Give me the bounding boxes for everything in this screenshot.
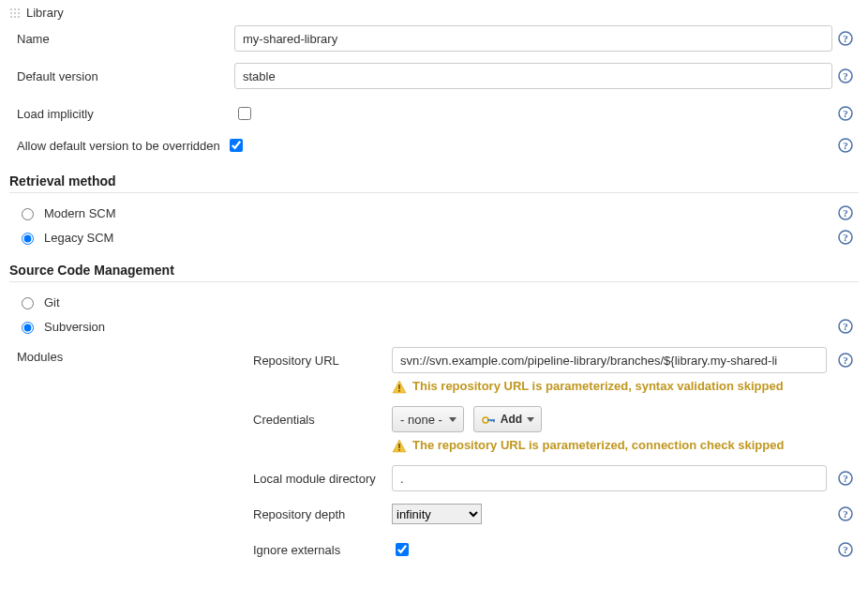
svg-point-6 (10, 16, 12, 18)
help-icon[interactable]: ? (838, 506, 853, 521)
ignore-externals-label: Ignore externals (253, 543, 392, 557)
svg-text:?: ? (843, 321, 848, 332)
help-icon[interactable]: ? (838, 319, 853, 334)
svg-text:?: ? (843, 33, 848, 44)
repository-url-input[interactable] (392, 347, 827, 373)
repository-depth-select[interactable]: infinity (392, 504, 482, 524)
help-icon[interactable]: ? (838, 230, 853, 245)
svg-text:?: ? (843, 108, 848, 119)
svg-point-8 (18, 16, 20, 18)
svg-rect-27 (398, 390, 400, 392)
default-version-input[interactable] (234, 63, 832, 89)
help-icon[interactable]: ? (838, 205, 853, 220)
help-icon[interactable]: ? (838, 31, 853, 46)
svg-rect-33 (398, 444, 400, 448)
svg-rect-34 (398, 449, 400, 451)
repository-url-label: Repository URL (253, 354, 392, 368)
credentials-select[interactable]: - none - (392, 406, 464, 432)
svg-point-2 (18, 8, 20, 10)
help-icon[interactable]: ? (838, 106, 853, 121)
library-config-panel: Library Name ? Default version ? Load im… (0, 0, 868, 584)
library-title: Library (26, 6, 64, 20)
svg-text:?: ? (843, 232, 848, 243)
scm-git-radio[interactable] (22, 297, 34, 309)
help-icon[interactable]: ? (838, 542, 853, 557)
help-icon[interactable]: ? (838, 138, 853, 153)
warning-icon (392, 380, 409, 398)
repository-depth-label: Repository depth (253, 507, 392, 521)
svg-text:?: ? (843, 207, 848, 219)
svg-rect-26 (398, 384, 400, 389)
warning-icon (392, 439, 409, 457)
name-label: Name (9, 32, 234, 46)
svg-point-5 (18, 12, 20, 14)
svg-text:?: ? (843, 508, 848, 520)
credentials-warning: The repository URL is parameterized, con… (253, 437, 859, 457)
modules-label: Modules (9, 344, 253, 364)
svg-point-1 (14, 8, 16, 10)
load-implicitly-checkbox[interactable] (238, 107, 251, 120)
allow-override-checkbox[interactable] (230, 139, 243, 152)
default-version-label: Default version (9, 69, 234, 83)
svg-text:?: ? (843, 70, 848, 82)
add-credentials-button[interactable]: Add (473, 406, 542, 432)
name-input[interactable] (234, 25, 832, 52)
svg-text:?: ? (843, 354, 848, 366)
allow-override-label: Allow default version to be overridden (17, 139, 220, 153)
grip-icon[interactable] (9, 8, 21, 19)
svg-point-0 (10, 8, 12, 10)
help-icon[interactable]: ? (838, 471, 853, 486)
svg-text:?: ? (843, 544, 848, 555)
svg-point-7 (14, 16, 16, 18)
repository-url-warning: This repository URL is parameterized, sy… (253, 378, 859, 398)
svg-rect-31 (490, 419, 492, 421)
warning-text: This repository URL is parameterized, sy… (412, 378, 784, 395)
scm-option-label: Git (44, 295, 60, 309)
svg-rect-30 (493, 419, 495, 422)
local-directory-input[interactable] (392, 465, 827, 491)
svg-text:?: ? (843, 473, 848, 484)
retrieval-legacy-scm-radio[interactable] (22, 233, 34, 245)
scm-header: Source Code Management (9, 263, 859, 282)
svg-point-3 (10, 12, 12, 14)
add-button-label: Add (501, 413, 522, 426)
retrieval-option-label: Legacy SCM (44, 231, 113, 245)
help-icon[interactable]: ? (838, 68, 853, 83)
scm-option-label: Subversion (44, 320, 105, 334)
local-directory-label: Local module directory (253, 472, 392, 486)
svg-text:?: ? (843, 140, 848, 151)
scm-subversion-radio[interactable] (22, 322, 34, 334)
key-icon (482, 415, 495, 424)
help-icon[interactable]: ? (838, 353, 853, 368)
credentials-label: Credentials (253, 413, 392, 427)
retrieval-option-label: Modern SCM (44, 206, 116, 220)
retrieval-method-header: Retrieval method (9, 173, 859, 193)
library-section-header: Library (9, 6, 859, 20)
warning-text: The repository URL is parameterized, con… (412, 437, 784, 454)
credentials-selected: - none - (400, 413, 442, 427)
retrieval-modern-scm-radio[interactable] (22, 208, 34, 220)
load-implicitly-label: Load implicitly (9, 107, 234, 121)
ignore-externals-checkbox[interactable] (396, 543, 409, 556)
svg-point-4 (14, 12, 16, 14)
